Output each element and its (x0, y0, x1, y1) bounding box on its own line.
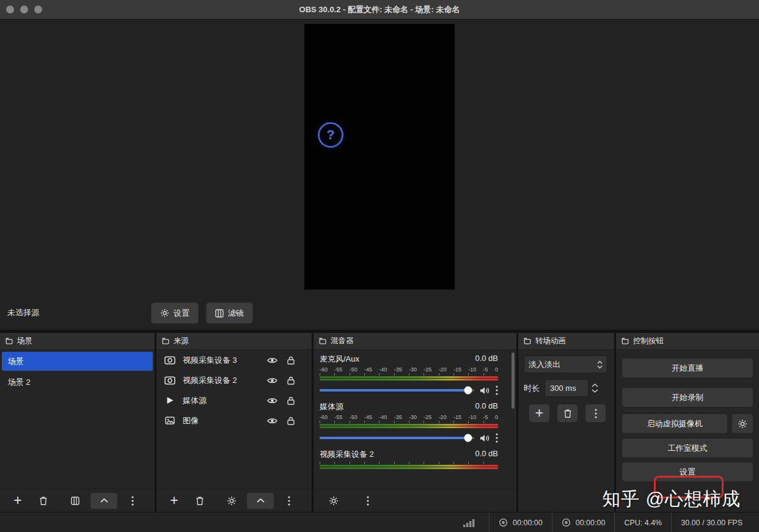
channel-name: 麦克风/Aux (320, 354, 359, 365)
start-recording-button[interactable]: 开始录制 (622, 388, 753, 407)
mixer-more-button[interactable] (359, 493, 377, 509)
remove-transition-button[interactable] (557, 404, 578, 422)
source-row[interactable]: 视频采集设备 3 (156, 350, 312, 370)
channel-name: 视频采集设备 2 (320, 449, 374, 460)
volume-slider[interactable] (320, 389, 474, 392)
transition-select[interactable]: 淡入淡出 (524, 355, 607, 373)
source-row[interactable]: 图像 (156, 410, 312, 431)
scene-item[interactable]: 场景 2 (2, 373, 153, 392)
source-properties-button[interactable]: 设置 (151, 302, 199, 324)
controls-dock-header[interactable]: 控制按钮 (616, 333, 759, 350)
volume-slider[interactable] (320, 437, 474, 439)
mixer-channel: 麦克风/Aux 0.0 dB -60-55-50-45-40-35-30-25-… (320, 354, 498, 395)
source-context-toolbar: 未选择源 设置 滤镜 (0, 295, 759, 330)
remove-source-button[interactable] (191, 493, 209, 509)
dock-icon (622, 338, 629, 344)
transitions-dock-header[interactable]: 转场动画 (518, 333, 614, 350)
source-filters-button[interactable]: 滤镜 (206, 302, 253, 324)
virtual-camera-settings-button[interactable] (732, 414, 753, 433)
sources-more-button[interactable] (280, 493, 298, 509)
add-scene-button[interactable]: + (9, 493, 27, 509)
title-bar: OBS 30.0.2 - 配置文件: 未命名 - 场景: 未命名 (0, 0, 759, 20)
settings-button[interactable]: 设置 (622, 462, 753, 481)
duration-input[interactable]: 300 ms (544, 379, 588, 397)
preview-area: ? (0, 20, 759, 295)
channel-level: 0.0 dB (475, 401, 498, 412)
remove-scene-button[interactable] (34, 493, 53, 509)
gear-icon (738, 419, 747, 429)
sources-dock: 来源 视频采集设备 3 (156, 333, 312, 512)
volume-meter (320, 467, 498, 469)
move-up-button[interactable] (90, 493, 117, 509)
record-status-icon (562, 518, 571, 527)
mixer-channel: 媒体源 0.0 dB -60-55-50-45-40-35-30-25-20-1… (320, 401, 498, 443)
stepper-down-button[interactable] (592, 389, 598, 393)
mixer-dock-header[interactable]: 混音器 (314, 333, 516, 350)
window-title: OBS 30.0.2 - 配置文件: 未命名 - 场景: 未命名 (0, 0, 759, 19)
transitions-dock: 转场动画 淡入淡出 时长 300 ms (518, 333, 614, 512)
transition-more-button[interactable] (585, 404, 606, 422)
dots-menu-icon (595, 409, 597, 418)
close-window-button[interactable] (6, 5, 14, 13)
visibility-eye-icon[interactable] (267, 397, 277, 404)
source-row[interactable]: 媒体源 (156, 390, 312, 410)
meter-ticks (320, 462, 498, 464)
lock-icon[interactable] (287, 376, 295, 385)
speaker-icon[interactable] (480, 434, 490, 442)
dock-icon (162, 338, 169, 344)
chevron-up-icon (100, 498, 108, 503)
preview-canvas[interactable]: ? (304, 24, 455, 290)
lock-icon[interactable] (287, 396, 295, 405)
source-properties-button[interactable] (222, 493, 241, 509)
add-source-button[interactable]: + (165, 493, 183, 509)
start-virtual-camera-button[interactable]: 启动虚拟摄像机 (622, 414, 727, 433)
dots-menu-icon (288, 496, 290, 506)
channel-more-button[interactable] (496, 433, 498, 443)
visibility-eye-icon[interactable] (267, 357, 277, 364)
source-row[interactable]: 视频采集设备 2 (156, 370, 312, 390)
dock-icon (6, 338, 13, 344)
meter-scale: -60-55-50-45-40-35-30-25-20-15-10-50 (320, 414, 498, 420)
scrollbar[interactable] (512, 352, 515, 409)
move-up-button[interactable] (247, 493, 274, 509)
volume-meter (320, 465, 498, 467)
slider-knob[interactable] (464, 434, 472, 442)
no-source-selected-label: 未选择源 (7, 295, 39, 330)
scenes-dock-header[interactable]: 场景 (0, 333, 155, 350)
media-play-icon (164, 396, 176, 404)
trash-icon (563, 409, 572, 418)
channel-name: 媒体源 (320, 401, 343, 412)
mixer-toolbar (314, 489, 516, 512)
studio-mode-button[interactable]: 工作室模式 (622, 439, 753, 457)
stepper-up-button[interactable] (592, 384, 598, 387)
scenes-more-button[interactable] (123, 493, 142, 509)
visibility-eye-icon[interactable] (267, 377, 277, 384)
start-streaming-button[interactable]: 开始直播 (622, 359, 753, 377)
sources-dock-header[interactable]: 来源 (156, 333, 312, 350)
slider-knob[interactable] (464, 387, 472, 395)
chevron-up-icon (257, 498, 265, 503)
sources-toolbar: + (156, 489, 312, 512)
speaker-icon[interactable] (480, 387, 490, 395)
scene-filters-button[interactable] (66, 493, 84, 509)
scenes-toolbar: + (0, 489, 155, 512)
lock-icon[interactable] (287, 417, 295, 425)
lock-icon[interactable] (287, 356, 295, 365)
advanced-audio-button[interactable] (324, 493, 343, 509)
updown-chevrons-icon (597, 360, 603, 369)
dock-icon (524, 338, 531, 344)
cpu-usage: CPU: 4.4% (614, 512, 671, 532)
volume-meter (320, 426, 498, 428)
volume-meter (320, 376, 498, 378)
scene-item[interactable]: 场景 (2, 352, 153, 371)
watermark: 知乎 @心想柿成 (602, 487, 741, 512)
duration-label: 时长 (524, 383, 540, 394)
volume-meter (320, 379, 498, 381)
channel-more-button[interactable] (496, 385, 498, 395)
add-transition-button[interactable]: + (529, 404, 549, 422)
visibility-eye-icon[interactable] (267, 417, 277, 425)
fps-indicator: 30.00 / 30.00 FPS (671, 512, 752, 532)
zoom-window-button[interactable] (34, 5, 42, 13)
minimize-window-button[interactable] (20, 5, 28, 13)
dots-menu-icon (367, 496, 369, 506)
